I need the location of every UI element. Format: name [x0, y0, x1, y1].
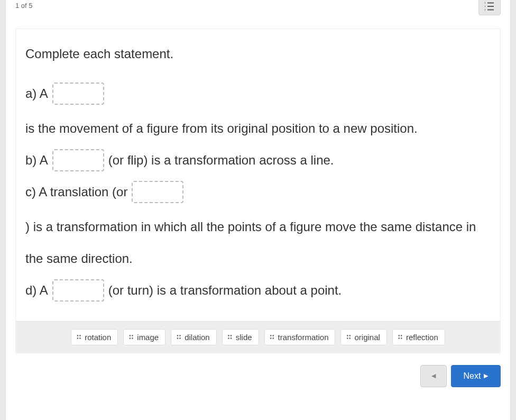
statement-a-suffix: is the movement of a figure from its ori…	[25, 113, 418, 144]
statement-b-suffix: (or flip) is a transformation across a l…	[108, 144, 334, 176]
drag-handle-icon: ••••	[346, 334, 351, 340]
drop-zone-b[interactable]	[52, 149, 104, 171]
drop-zone-d[interactable]	[52, 279, 104, 302]
answer-chip-reflection[interactable]: •••• reflection	[392, 329, 445, 345]
answer-chip-label: slide	[236, 333, 252, 342]
drag-handle-icon: ••••	[270, 334, 275, 340]
chevron-right-icon: ▶	[484, 372, 488, 379]
drag-handle-icon: ••••	[228, 334, 233, 340]
answer-chip-label: rotation	[85, 333, 111, 342]
answer-chip-image[interactable]: •••• image	[123, 329, 165, 345]
drop-zone-a[interactable]	[52, 83, 104, 105]
answer-chip-label: original	[355, 333, 380, 342]
progress-indicator: 1 of 5	[15, 2, 33, 10]
question-list-button[interactable]	[478, 0, 501, 15]
answer-chip-label: image	[137, 333, 159, 342]
question-card: Complete each statement. a) A is the mov…	[15, 29, 501, 353]
answer-chip-slide[interactable]: •••• slide	[222, 329, 259, 345]
answer-chip-label: transformation	[278, 333, 329, 342]
answer-chip-rotation[interactable]: •••• rotation	[71, 329, 118, 345]
drag-handle-icon: ••••	[398, 334, 403, 340]
statement-c: c) A translation (or ) is a transformati…	[25, 176, 491, 275]
answer-chip-dilation[interactable]: •••• dilation	[171, 329, 217, 345]
statement-a-prefix: a) A	[25, 78, 48, 109]
statement-d-suffix: (or turn) is a transformation about a po…	[108, 275, 342, 306]
statement-c-suffix: ) is a transformation in which all the p…	[25, 211, 491, 275]
drag-handle-icon: ••••	[177, 334, 181, 340]
answer-chip-label: reflection	[406, 333, 438, 342]
chevron-left-icon: ◀	[431, 372, 436, 379]
answer-bank: •••• rotation •••• image •••• dilation •…	[16, 321, 500, 353]
statement-b-prefix: b) A	[25, 144, 48, 176]
answer-chip-original[interactable]: •••• original	[340, 329, 386, 345]
answer-chip-label: dilation	[185, 333, 210, 342]
statement-b: b) A (or flip) is a transformation acros…	[25, 144, 491, 176]
statement-c-prefix: c) A translation (or	[25, 176, 127, 208]
next-button-label: Next	[464, 371, 481, 381]
question-title: Complete each statement.	[25, 45, 491, 63]
statement-a: a) A is the movement of a figure from it…	[25, 78, 491, 144]
answer-chip-transformation[interactable]: •••• transformation	[264, 329, 336, 345]
drop-zone-c[interactable]	[132, 181, 183, 203]
prev-button[interactable]: ◀	[420, 365, 447, 387]
drag-handle-icon: ••••	[77, 334, 81, 340]
drag-handle-icon: ••••	[129, 334, 134, 340]
next-button[interactable]: Next ▶	[451, 365, 501, 387]
list-icon	[485, 2, 494, 11]
statement-d-prefix: d) A	[25, 275, 48, 306]
statement-d: d) A (or turn) is a transformation about…	[25, 275, 491, 306]
